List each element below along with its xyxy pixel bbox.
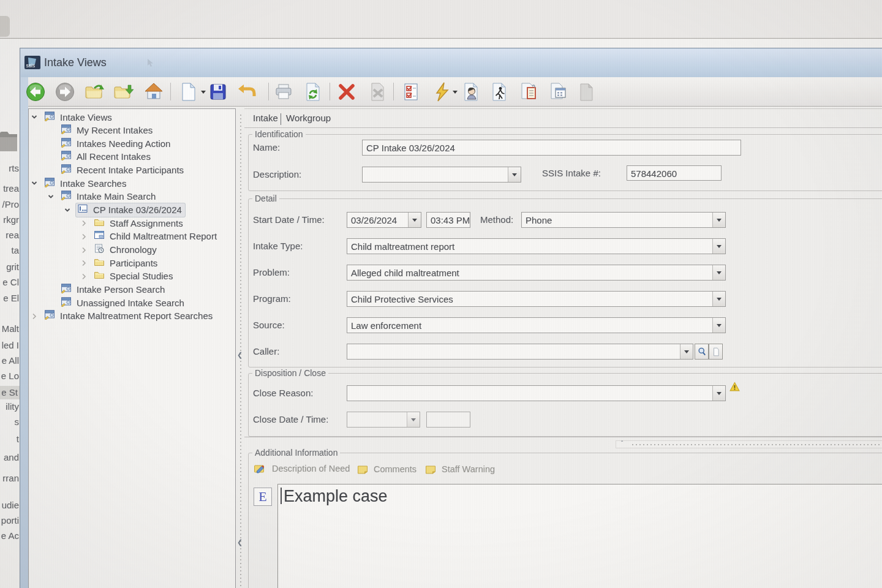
intake-doc-icon bbox=[77, 204, 88, 216]
tree-item[interactable]: Child Maltreatment Report bbox=[29, 230, 234, 243]
background-window: rtstrea/Prorkgrreatagrite Cle ElMaltled … bbox=[0, 39, 20, 588]
program-combo[interactable]: Child Protective Services bbox=[347, 291, 726, 307]
checklist-document-icon[interactable] bbox=[400, 81, 422, 103]
close-reason-combo[interactable] bbox=[347, 385, 726, 401]
close-reason-label: Close Reason: bbox=[253, 388, 313, 398]
window-title: Intake Views bbox=[44, 56, 107, 69]
tree-item[interactable]: Special Studies bbox=[29, 270, 234, 283]
ssis-intake-field[interactable]: 578442060 bbox=[627, 165, 722, 181]
vertical-splitter[interactable]: ❮ ❮ bbox=[236, 108, 244, 588]
tab-workgroup[interactable]: Workgroup bbox=[286, 113, 331, 123]
chevron-down-icon[interactable] bbox=[30, 113, 39, 121]
tab-intake[interactable]: Intake bbox=[253, 113, 278, 123]
problem-combo[interactable]: Alleged child maltreatment bbox=[347, 265, 726, 281]
folder-checkout-icon[interactable] bbox=[83, 81, 105, 103]
dropdown-arrow-icon[interactable] bbox=[712, 292, 725, 306]
tree-item[interactable]: Intake Views bbox=[29, 110, 234, 124]
lightning-icon[interactable] bbox=[429, 81, 461, 103]
splitter-collapse-icon[interactable]: ❮ bbox=[237, 538, 243, 546]
caller-search-button[interactable] bbox=[695, 344, 709, 360]
new-document-icon[interactable] bbox=[176, 81, 208, 103]
start-date-combo[interactable]: 03/26/2024 bbox=[347, 212, 421, 228]
tree-item[interactable]: All Recent Intakes bbox=[29, 150, 234, 164]
name-field[interactable]: CP Intake 03/26/2024 bbox=[362, 140, 741, 156]
tree-item[interactable]: Intakes Needing Action bbox=[29, 137, 234, 150]
tree-item[interactable]: Chronology bbox=[29, 243, 234, 257]
activity-document-icon[interactable] bbox=[488, 81, 510, 103]
tree-item[interactable]: Staff Assignments bbox=[29, 216, 234, 230]
notepad-document-icon[interactable] bbox=[518, 81, 540, 103]
splitter-collapse-icon[interactable]: ˆ bbox=[621, 440, 623, 447]
dropdown-arrow-icon[interactable] bbox=[712, 265, 725, 280]
tree-item[interactable]: My Recent Intakes bbox=[29, 124, 234, 137]
method-combo[interactable]: Phone bbox=[521, 212, 726, 228]
intake-type-combo[interactable]: Child maltreatment report bbox=[347, 238, 726, 254]
splitter-collapse-icon[interactable]: ❮ bbox=[237, 351, 243, 359]
identification-legend: Identification bbox=[252, 129, 306, 139]
toolbar-separator bbox=[330, 83, 330, 100]
dropdown-arrow-icon[interactable] bbox=[712, 213, 725, 227]
note-icon bbox=[357, 465, 368, 474]
delete-icon[interactable] bbox=[336, 81, 358, 103]
chevron-down-icon[interactable] bbox=[63, 206, 72, 214]
chevron-right-icon[interactable] bbox=[80, 246, 88, 254]
person-document-icon[interactable] bbox=[460, 81, 482, 103]
dropdown-arrow-icon[interactable] bbox=[712, 318, 725, 333]
calendar-document-icon[interactable] bbox=[547, 81, 569, 103]
tree-item[interactable]: Intake Main Search bbox=[29, 190, 234, 203]
refresh-icon[interactable] bbox=[302, 81, 324, 103]
dropdown-arrow-icon[interactable] bbox=[407, 412, 420, 427]
chevron-right-icon[interactable] bbox=[80, 232, 88, 241]
dropdown-arrow-icon[interactable] bbox=[680, 344, 693, 359]
background-text-fragment: e Ac bbox=[1, 530, 19, 541]
report-icon bbox=[94, 230, 105, 242]
back-icon[interactable] bbox=[24, 81, 47, 103]
delete-document-disabled-icon[interactable] bbox=[366, 81, 388, 103]
dropdown-arrow-icon[interactable] bbox=[508, 167, 521, 182]
home-icon[interactable] bbox=[143, 81, 165, 103]
background-folder-icon bbox=[0, 129, 17, 154]
undo-icon[interactable] bbox=[236, 81, 258, 103]
save-icon[interactable] bbox=[207, 81, 229, 103]
description-combo[interactable] bbox=[362, 167, 521, 183]
horizontal-splitter[interactable]: ˆ bbox=[616, 440, 882, 448]
tab-staff-warning[interactable]: Staff Warning bbox=[425, 464, 495, 474]
caller-new-button[interactable] bbox=[709, 344, 723, 360]
document-disabled-icon[interactable] bbox=[575, 81, 597, 103]
tree-item[interactable]: Intake Maltreatment Report Searches bbox=[29, 309, 234, 323]
folder-icon bbox=[94, 217, 105, 229]
new-record-icon bbox=[712, 347, 720, 357]
source-combo[interactable]: Law enforcement bbox=[347, 317, 726, 333]
tab-description-of-need[interactable]: Description of Need bbox=[254, 463, 350, 473]
tree-item[interactable]: CP Intake 03/26/2024 bbox=[29, 203, 234, 217]
tree-item[interactable]: Unassigned Intake Search bbox=[29, 296, 234, 309]
tree-item[interactable]: Participants bbox=[29, 256, 234, 270]
tree-item[interactable]: Recent Intake Participants bbox=[29, 164, 234, 177]
tab-comments[interactable]: Comments bbox=[357, 464, 417, 474]
intake-views-window: ssis Intake Views Intake ViewsMy Recent … bbox=[20, 48, 882, 588]
background-text-fragment: porti bbox=[1, 515, 19, 526]
editor-style-button[interactable]: E bbox=[254, 488, 272, 506]
chevron-right-icon[interactable] bbox=[80, 272, 88, 281]
folder-checkin-icon[interactable] bbox=[113, 81, 135, 103]
description-label: Description: bbox=[253, 169, 301, 179]
close-time-field[interactable] bbox=[426, 412, 470, 428]
tree-item[interactable]: Intake Person Search bbox=[29, 282, 234, 296]
dropdown-arrow-icon[interactable] bbox=[712, 386, 725, 401]
forward-icon[interactable] bbox=[54, 81, 76, 103]
dropdown-arrow-icon[interactable] bbox=[712, 239, 725, 254]
chevron-right-icon[interactable] bbox=[80, 258, 88, 267]
chevron-right-icon[interactable] bbox=[80, 219, 88, 227]
start-time-field[interactable]: 03:43 PM bbox=[426, 212, 470, 228]
chevron-right-icon[interactable] bbox=[30, 312, 39, 320]
description-of-need-editor[interactable]: Example case bbox=[277, 484, 882, 588]
chevron-down-icon[interactable] bbox=[47, 192, 55, 201]
search-icon bbox=[697, 346, 707, 357]
close-date-combo[interactable] bbox=[347, 412, 420, 428]
chevron-down-icon[interactable] bbox=[30, 179, 39, 187]
dropdown-arrow-icon[interactable] bbox=[408, 213, 421, 227]
tree-item[interactable]: Intake Searches bbox=[29, 176, 234, 190]
caller-combo[interactable] bbox=[347, 344, 693, 360]
view-icon bbox=[44, 178, 55, 189]
print-icon[interactable] bbox=[273, 81, 295, 103]
